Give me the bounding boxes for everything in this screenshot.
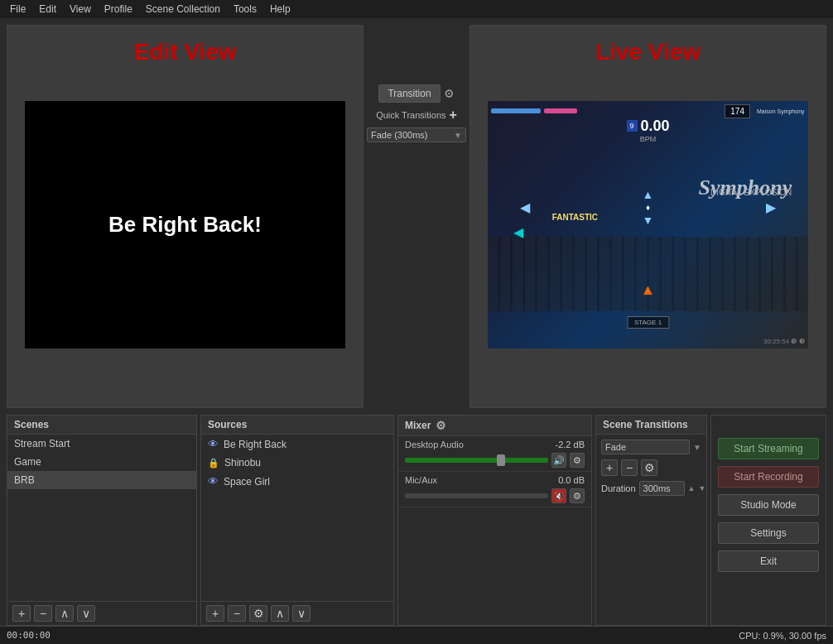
add-source-button[interactable]: +	[206, 605, 224, 622]
move-scene-down-button[interactable]: ∨	[77, 605, 95, 622]
source-item-shinobu[interactable]: 🔒 Shinobu	[201, 454, 393, 472]
panels-row: Scenes Stream Start Game BRB + − ∧ ∨ Sou…	[0, 415, 833, 626]
down-arrow-icon: ▼	[643, 214, 654, 227]
desktop-config-button[interactable]: ⚙	[570, 453, 585, 468]
source-item-space-girl[interactable]: 👁 Space Girl	[201, 472, 393, 491]
score-box: 174	[725, 104, 750, 118]
scene-item-brb[interactable]: BRB	[7, 471, 196, 489]
scene-item-game[interactable]: Game	[7, 453, 196, 471]
transition-button[interactable]: Transition	[378, 84, 440, 103]
mixer-gear-icon[interactable]: ⚙	[436, 419, 446, 432]
move-scene-up-button[interactable]: ∧	[55, 605, 74, 622]
live-view-label: Live View	[595, 39, 701, 65]
desktop-volume-slider[interactable]	[405, 458, 548, 463]
center-arrows: ▲ ♦ ▼	[643, 188, 654, 227]
menu-view[interactable]: View	[63, 2, 98, 17]
scene-transition-select[interactable]: Fade Cut Swipe	[601, 440, 690, 454]
configure-source-button[interactable]: ⚙	[249, 605, 267, 622]
scene-item-stream-start[interactable]: Stream Start	[7, 435, 196, 453]
cpu-status: CPU: 0.9%, 30.00 fps	[739, 631, 826, 641]
lock-icon-shinobu: 🔒	[208, 458, 219, 469]
remove-transition-button[interactable]: −	[621, 459, 638, 476]
transition-panel: Transition ⚙ Quick Transitions + Fade (3…	[367, 18, 466, 415]
mic-config-button[interactable]: ⚙	[570, 488, 585, 503]
scene-transitions-label: Scene Transitions	[603, 419, 688, 430]
duration-spin-down-icon[interactable]: ▼	[699, 484, 706, 493]
remove-source-button[interactable]: −	[228, 605, 246, 622]
preview-area: Edit View Be Right Back! Transition ⚙ Qu…	[0, 18, 833, 415]
chevron-down-icon: ▼	[454, 131, 462, 140]
menu-tools[interactable]: Tools	[227, 2, 263, 17]
visibility-icon-space-girl: 👁	[208, 475, 219, 488]
sources-toolbar: + − ⚙ ∧ ∨	[201, 601, 393, 625]
left-arrow-icon: ◀	[520, 199, 530, 215]
bottom-area: Scenes Stream Start Game BRB + − ∧ ∨ Sou…	[0, 415, 833, 626]
desktop-slider-thumb	[497, 454, 505, 466]
remove-scene-button[interactable]: −	[34, 605, 52, 622]
menu-bar: File Edit View Profile Scene Collection …	[0, 0, 833, 18]
move-source-up-button[interactable]: ∧	[271, 605, 289, 622]
game-hud: 174 Maison Symphony	[491, 104, 804, 118]
desktop-audio-label: Desktop Audio	[405, 440, 464, 449]
duration-label: Duration	[601, 483, 636, 493]
add-scene-button[interactable]: +	[12, 605, 31, 622]
live-view: Live View Symphony DIGITAL EXPLOSION 174…	[469, 25, 826, 408]
menu-scene-collection[interactable]: Scene Collection	[139, 2, 227, 17]
cyan-arrow-icon: ◀	[513, 224, 523, 240]
orange-arrow-icon: ▲	[641, 281, 656, 299]
score-number: 0.00	[640, 118, 669, 135]
move-source-down-button[interactable]: ∨	[292, 605, 311, 622]
mic-aux-label: Mic/Aux	[405, 475, 437, 485]
duration-input[interactable]	[639, 481, 685, 496]
scenes-panel-header: Scenes	[7, 416, 196, 435]
mixer-panel: Mixer ⚙ Desktop Audio -2.2 dB 🔊 ⚙	[397, 415, 592, 626]
channel-mic-controls: 🔇 ⚙	[405, 488, 585, 503]
scenes-header-label: Scenes	[14, 419, 49, 430]
menu-help[interactable]: Help	[263, 2, 297, 17]
sources-list: 👁 Be Right Back 🔒 Shinobu 👁 Space Girl	[201, 435, 393, 601]
transition-controls: + − ⚙	[601, 459, 701, 476]
start-recording-button[interactable]: Start Recording	[718, 466, 819, 488]
menu-file[interactable]: File	[3, 2, 32, 17]
up-arrow-icon: ▲	[643, 188, 654, 201]
menu-edit[interactable]: Edit	[32, 2, 63, 17]
song-title: Maison Symphony	[757, 108, 805, 114]
configure-transition-button[interactable]: ⚙	[641, 459, 657, 476]
scene-transitions-header: Scene Transitions	[596, 416, 706, 435]
fade-dropdown[interactable]: Fade (300ms) ▼	[367, 127, 466, 142]
scenes-panel: Scenes Stream Start Game BRB + − ∧ ∨	[7, 415, 197, 626]
scene-transitions-panel: Scene Transitions Fade Cut Swipe ▼ + − ⚙	[595, 415, 707, 626]
quick-transitions-label: Quick Transitions	[376, 110, 445, 120]
bpm-number: BPM	[626, 135, 669, 143]
mic-mute-button[interactable]: 🔇	[551, 488, 566, 503]
fantastic-text: FANTASTIC	[552, 213, 598, 222]
add-quick-transition-icon[interactable]: +	[450, 108, 457, 123]
mic-aux-db: 0.0 dB	[558, 475, 585, 485]
channel-mic-header: Mic/Aux 0.0 dB	[405, 475, 585, 485]
sources-header-label: Sources	[208, 419, 247, 430]
desktop-mute-button[interactable]: 🔊	[551, 453, 566, 468]
sources-panel-header: Sources	[201, 416, 393, 435]
menu-profile[interactable]: Profile	[98, 2, 139, 17]
sources-panel: Sources 👁 Be Right Back 🔒 Shinobu 👁 Spac…	[200, 415, 394, 626]
right-arrow-icon: ▶	[766, 199, 776, 215]
stage-text: STAGE 1	[627, 316, 669, 329]
fade-option-label: Fade (300ms)	[371, 130, 427, 140]
studio-mode-button[interactable]: Studio Mode	[718, 494, 819, 516]
source-label-brb: Be Right Back	[224, 439, 286, 450]
settings-button[interactable]: Settings	[718, 522, 819, 544]
exit-button[interactable]: Exit	[718, 550, 819, 572]
source-label-space-girl: Space Girl	[224, 476, 270, 488]
mic-volume-slider[interactable]	[405, 493, 548, 498]
mixer-channel-desktop: Desktop Audio -2.2 dB 🔊 ⚙	[398, 436, 591, 472]
duration-spin-up-icon[interactable]: ▲	[688, 484, 696, 493]
source-item-brb[interactable]: 👁 Be Right Back	[201, 435, 393, 454]
brb-preview: Be Right Back!	[25, 101, 344, 349]
live-watermark: 30:25:54 ❺ ❸	[763, 338, 805, 345]
source-label-shinobu: Shinobu	[224, 457, 261, 469]
transition-gear-icon[interactable]: ⚙	[444, 87, 455, 100]
start-streaming-button[interactable]: Start Streaming	[718, 438, 819, 459]
rank-badge: 9	[626, 120, 637, 132]
add-transition-button[interactable]: +	[601, 459, 618, 476]
duration-row: Duration ▲ ▼	[601, 481, 701, 496]
